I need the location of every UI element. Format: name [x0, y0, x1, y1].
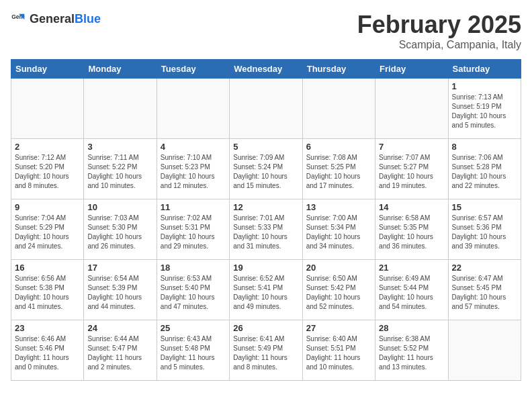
calendar-week-row: 1Sunrise: 7:13 AM Sunset: 5:19 PM Daylig… — [11, 79, 521, 139]
day-info: Sunrise: 6:57 AM Sunset: 5:36 PM Dayligh… — [452, 214, 517, 251]
calendar-week-row: 9Sunrise: 7:04 AM Sunset: 5:29 PM Daylig… — [11, 199, 521, 260]
calendar-cell: 3Sunrise: 7:11 AM Sunset: 5:22 PM Daylig… — [84, 139, 157, 199]
day-info: Sunrise: 6:52 AM Sunset: 5:41 PM Dayligh… — [233, 274, 298, 312]
calendar-cell: 27Sunrise: 6:40 AM Sunset: 5:51 PM Dayli… — [302, 320, 375, 381]
calendar-cell: 19Sunrise: 6:52 AM Sunset: 5:41 PM Dayli… — [230, 260, 302, 320]
day-info: Sunrise: 7:09 AM Sunset: 5:24 PM Dayligh… — [233, 153, 298, 191]
day-info: Sunrise: 6:43 AM Sunset: 5:48 PM Dayligh… — [161, 334, 226, 372]
day-number: 15 — [452, 202, 517, 212]
calendar-cell: 6Sunrise: 7:08 AM Sunset: 5:25 PM Daylig… — [302, 139, 375, 199]
calendar-cell: 20Sunrise: 6:50 AM Sunset: 5:42 PM Dayli… — [302, 260, 375, 320]
title-area: February 2025 Scampia, Campania, Italy — [357, 11, 521, 51]
day-info: Sunrise: 6:53 AM Sunset: 5:40 PM Dayligh… — [161, 274, 226, 312]
day-number: 13 — [306, 202, 371, 212]
calendar-cell: 5Sunrise: 7:09 AM Sunset: 5:24 PM Daylig… — [230, 139, 302, 199]
calendar-cell: 15Sunrise: 6:57 AM Sunset: 5:36 PM Dayli… — [448, 199, 521, 260]
calendar-week-row: 23Sunrise: 6:46 AM Sunset: 5:46 PM Dayli… — [11, 320, 521, 381]
day-number: 3 — [87, 142, 152, 152]
day-number: 17 — [87, 263, 152, 273]
day-info: Sunrise: 7:13 AM Sunset: 5:19 PM Dayligh… — [452, 93, 517, 130]
month-title: February 2025 — [357, 11, 521, 39]
calendar-cell — [11, 79, 84, 139]
day-info: Sunrise: 7:04 AM Sunset: 5:29 PM Dayligh… — [15, 214, 80, 251]
calendar-header-wednesday: Wednesday — [230, 60, 302, 79]
calendar-cell: 17Sunrise: 6:54 AM Sunset: 5:39 PM Dayli… — [84, 260, 157, 320]
calendar-week-row: 16Sunrise: 6:56 AM Sunset: 5:38 PM Dayli… — [11, 260, 521, 320]
calendar-header-thursday: Thursday — [302, 60, 375, 79]
calendar-header-row: SundayMondayTuesdayWednesdayThursdayFrid… — [11, 60, 521, 79]
calendar-cell — [302, 79, 375, 139]
calendar-cell: 23Sunrise: 6:46 AM Sunset: 5:46 PM Dayli… — [11, 320, 84, 381]
day-info: Sunrise: 7:11 AM Sunset: 5:22 PM Dayligh… — [87, 153, 152, 191]
calendar-cell: 8Sunrise: 7:06 AM Sunset: 5:28 PM Daylig… — [448, 139, 521, 199]
calendar-cell: 12Sunrise: 7:01 AM Sunset: 5:33 PM Dayli… — [230, 199, 302, 260]
calendar-header-saturday: Saturday — [448, 60, 521, 79]
location-title: Scampia, Campania, Italy — [357, 39, 521, 51]
calendar-header-friday: Friday — [375, 60, 448, 79]
calendar-cell: 28Sunrise: 6:38 AM Sunset: 5:52 PM Dayli… — [375, 320, 448, 381]
day-info: Sunrise: 6:41 AM Sunset: 5:49 PM Dayligh… — [233, 334, 298, 372]
header: Gen GeneralBlue February 2025 Scampia, C… — [11, 11, 521, 51]
calendar-cell: 9Sunrise: 7:04 AM Sunset: 5:29 PM Daylig… — [11, 199, 84, 260]
day-info: Sunrise: 6:46 AM Sunset: 5:46 PM Dayligh… — [15, 334, 80, 372]
day-number: 11 — [161, 202, 226, 212]
day-info: Sunrise: 6:54 AM Sunset: 5:39 PM Dayligh… — [87, 274, 152, 312]
day-number: 16 — [15, 263, 80, 273]
calendar-cell: 14Sunrise: 6:58 AM Sunset: 5:35 PM Dayli… — [375, 199, 448, 260]
day-number: 2 — [15, 142, 80, 152]
day-number: 7 — [379, 142, 444, 152]
day-number: 12 — [233, 202, 298, 212]
calendar-cell: 2Sunrise: 7:12 AM Sunset: 5:20 PM Daylig… — [11, 139, 84, 199]
calendar-header-monday: Monday — [84, 60, 157, 79]
day-number: 8 — [452, 142, 517, 152]
day-info: Sunrise: 6:58 AM Sunset: 5:35 PM Dayligh… — [379, 214, 444, 251]
day-info: Sunrise: 7:03 AM Sunset: 5:30 PM Dayligh… — [87, 214, 152, 251]
calendar-cell — [230, 79, 302, 139]
calendar-cell: 16Sunrise: 6:56 AM Sunset: 5:38 PM Dayli… — [11, 260, 84, 320]
calendar-cell: 26Sunrise: 6:41 AM Sunset: 5:49 PM Dayli… — [230, 320, 302, 381]
day-number: 27 — [306, 323, 371, 333]
logo: Gen GeneralBlue — [11, 11, 101, 27]
day-info: Sunrise: 7:08 AM Sunset: 5:25 PM Dayligh… — [306, 153, 371, 191]
day-info: Sunrise: 7:12 AM Sunset: 5:20 PM Dayligh… — [15, 153, 80, 191]
day-number: 26 — [233, 323, 298, 333]
calendar-cell: 4Sunrise: 7:10 AM Sunset: 5:23 PM Daylig… — [157, 139, 229, 199]
day-info: Sunrise: 6:38 AM Sunset: 5:52 PM Dayligh… — [379, 334, 444, 372]
day-info: Sunrise: 7:01 AM Sunset: 5:33 PM Dayligh… — [233, 214, 298, 251]
calendar-cell: 7Sunrise: 7:07 AM Sunset: 5:27 PM Daylig… — [375, 139, 448, 199]
day-number: 23 — [15, 323, 80, 333]
day-info: Sunrise: 7:10 AM Sunset: 5:23 PM Dayligh… — [161, 153, 226, 191]
calendar-header-tuesday: Tuesday — [157, 60, 229, 79]
day-number: 10 — [87, 202, 152, 212]
calendar-table: SundayMondayTuesdayWednesdayThursdayFrid… — [11, 59, 521, 381]
day-number: 14 — [379, 202, 444, 212]
calendar-cell — [84, 79, 157, 139]
day-info: Sunrise: 7:02 AM Sunset: 5:31 PM Dayligh… — [161, 214, 226, 251]
calendar-cell: 13Sunrise: 7:00 AM Sunset: 5:34 PM Dayli… — [302, 199, 375, 260]
calendar-cell: 22Sunrise: 6:47 AM Sunset: 5:45 PM Dayli… — [448, 260, 521, 320]
logo-general: General — [30, 12, 75, 26]
calendar-cell: 18Sunrise: 6:53 AM Sunset: 5:40 PM Dayli… — [157, 260, 229, 320]
day-number: 5 — [233, 142, 298, 152]
logo-icon: Gen — [11, 11, 27, 27]
calendar-cell: 1Sunrise: 7:13 AM Sunset: 5:19 PM Daylig… — [448, 79, 521, 139]
day-number: 21 — [379, 263, 444, 273]
day-info: Sunrise: 6:47 AM Sunset: 5:45 PM Dayligh… — [452, 274, 517, 312]
day-info: Sunrise: 6:40 AM Sunset: 5:51 PM Dayligh… — [306, 334, 371, 372]
day-number: 20 — [306, 263, 371, 273]
day-number: 19 — [233, 263, 298, 273]
day-number: 25 — [161, 323, 226, 333]
day-info: Sunrise: 7:07 AM Sunset: 5:27 PM Dayligh… — [379, 153, 444, 191]
day-info: Sunrise: 7:06 AM Sunset: 5:28 PM Dayligh… — [452, 153, 517, 191]
calendar-header-sunday: Sunday — [11, 60, 84, 79]
calendar-cell — [157, 79, 229, 139]
day-number: 6 — [306, 142, 371, 152]
logo-blue: Blue — [75, 12, 101, 26]
day-number: 24 — [87, 323, 152, 333]
day-number: 4 — [161, 142, 226, 152]
calendar-cell — [448, 320, 521, 381]
day-number: 1 — [452, 81, 517, 91]
day-number: 28 — [379, 323, 444, 333]
calendar-cell: 11Sunrise: 7:02 AM Sunset: 5:31 PM Dayli… — [157, 199, 229, 260]
calendar-cell: 21Sunrise: 6:49 AM Sunset: 5:44 PM Dayli… — [375, 260, 448, 320]
